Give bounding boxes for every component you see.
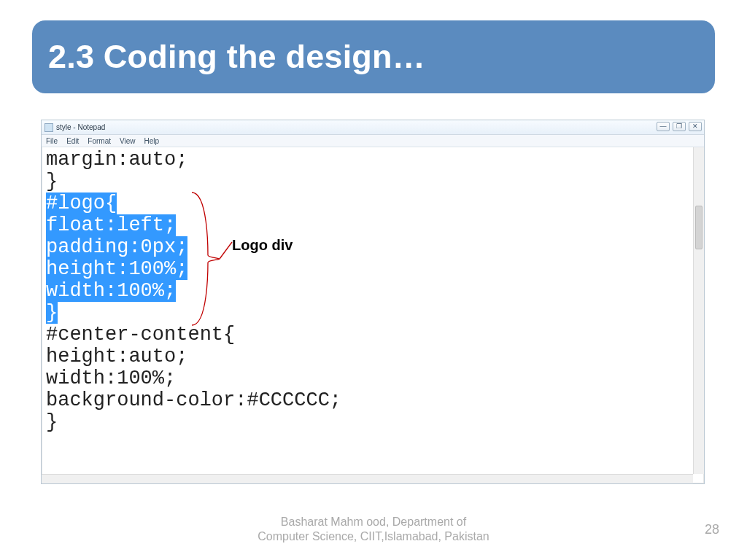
callout-label: Logo div [232, 237, 293, 254]
slide: 2.3 Coding the design… style - Notepad —… [0, 0, 747, 560]
code-line: margin:auto; [46, 149, 187, 171]
code-line-selected: padding:0px; [46, 236, 187, 258]
scrollbar-thumb[interactable] [695, 206, 703, 249]
scrollbar-vertical[interactable] [693, 147, 704, 474]
menu-file[interactable]: File [46, 137, 58, 145]
footer-credit: Basharat Mahm ood, Department of Compute… [0, 515, 747, 544]
notepad-body[interactable]: margin:auto; } #logo{ float:left; paddin… [42, 147, 704, 475]
slide-title: 2.3 Coding the design… [48, 38, 425, 76]
code-line: } [46, 171, 58, 192]
window-buttons: — ❐ ✕ [657, 122, 702, 131]
minimize-button[interactable]: — [657, 122, 670, 131]
footer-line: Computer Science, CIIT,Islamabad, Pakist… [0, 529, 747, 544]
slide-title-bar: 2.3 Coding the design… [32, 20, 715, 93]
close-button[interactable]: ✕ [689, 122, 702, 131]
code-line-selected: } [46, 302, 58, 324]
scrollbar-horizontal[interactable] [42, 474, 693, 483]
footer-line: Basharat Mahm ood, Department of [0, 515, 747, 529]
page-number: 28 [705, 522, 719, 537]
notepad-titlebar: style - Notepad — ❐ ✕ [42, 120, 704, 135]
code-line: } [46, 411, 58, 433]
code-line: height:auto; [46, 346, 187, 368]
code-line-selected: float:left; [46, 214, 176, 236]
code-line: #center-content{ [46, 324, 235, 346]
notepad-window: style - Notepad — ❐ ✕ File Edit Format V… [41, 120, 705, 484]
code-line-selected: width:100%; [46, 280, 176, 302]
maximize-button[interactable]: ❐ [673, 122, 686, 131]
notepad-window-title: style - Notepad [56, 123, 105, 131]
menu-edit[interactable]: Edit [66, 137, 79, 145]
code-line: width:100%; [46, 368, 176, 389]
notepad-menubar: File Edit Format View Help [42, 135, 704, 147]
menu-format[interactable]: Format [88, 137, 111, 145]
code-line: background-color:#CCCCCC; [46, 389, 341, 411]
menu-view[interactable]: View [120, 137, 136, 145]
code-line-selected: #logo{ [46, 192, 117, 214]
menu-help[interactable]: Help [144, 137, 160, 145]
code-line-selected: height:100%; [46, 258, 187, 280]
notepad-app-icon [44, 123, 53, 132]
